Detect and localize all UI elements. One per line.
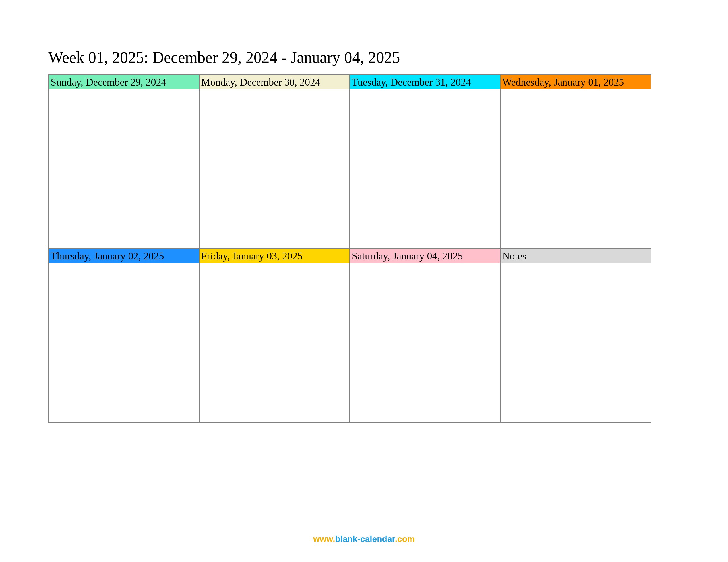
footer-www: www. xyxy=(313,534,335,544)
day-body-wednesday[interactable] xyxy=(501,89,651,248)
day-body-tuesday[interactable] xyxy=(350,89,500,248)
day-body-sunday[interactable] xyxy=(49,89,199,248)
day-body-notes[interactable] xyxy=(501,263,651,422)
day-body-thursday[interactable] xyxy=(49,263,199,422)
day-header-wednesday: Wednesday, January 01, 2025 xyxy=(501,75,651,89)
day-cell-sunday: Sunday, December 29, 2024 xyxy=(49,75,199,249)
day-cell-friday: Friday, January 03, 2025 xyxy=(199,249,350,422)
page-title: Week 01, 2025: December 29, 2024 - Janua… xyxy=(48,48,651,67)
footer-link[interactable]: www.blank-calendar.com xyxy=(0,534,728,544)
day-cell-notes: Notes xyxy=(501,249,651,422)
day-body-friday[interactable] xyxy=(200,263,350,422)
day-cell-monday: Monday, December 30, 2024 xyxy=(199,75,350,249)
day-header-notes: Notes xyxy=(501,249,651,263)
day-header-tuesday: Tuesday, December 31, 2024 xyxy=(350,75,500,89)
day-header-sunday: Sunday, December 29, 2024 xyxy=(49,75,199,89)
footer-com: .com xyxy=(395,534,415,544)
day-header-monday: Monday, December 30, 2024 xyxy=(200,75,350,89)
day-cell-thursday: Thursday, January 02, 2025 xyxy=(49,249,199,422)
weekly-calendar-grid: Sunday, December 29, 2024 Monday, Decemb… xyxy=(48,74,651,423)
day-body-monday[interactable] xyxy=(200,89,350,248)
day-cell-saturday: Saturday, January 04, 2025 xyxy=(350,249,501,422)
day-header-friday: Friday, January 03, 2025 xyxy=(200,249,350,263)
day-cell-tuesday: Tuesday, December 31, 2024 xyxy=(350,75,501,249)
footer-domain: blank-calendar xyxy=(335,534,395,544)
day-cell-wednesday: Wednesday, January 01, 2025 xyxy=(501,75,651,249)
day-header-thursday: Thursday, January 02, 2025 xyxy=(49,249,199,263)
day-header-saturday: Saturday, January 04, 2025 xyxy=(350,249,500,263)
day-body-saturday[interactable] xyxy=(350,263,500,422)
